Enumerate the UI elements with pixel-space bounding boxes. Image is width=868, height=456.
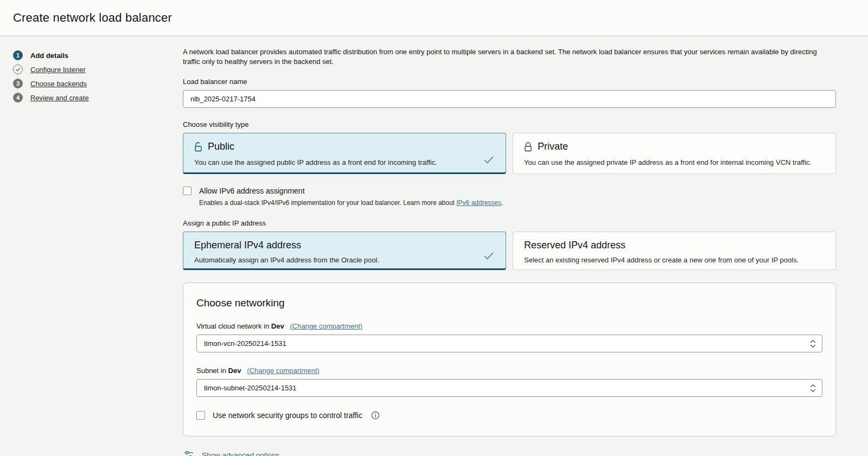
lock-icon (524, 142, 532, 152)
subnet-change-compartment-link[interactable]: (Change compartment) (247, 367, 320, 375)
step-configure-listener[interactable]: Configure listener (13, 62, 183, 76)
vcn-select[interactable]: timon-vcn-20250214-1531 (196, 335, 822, 352)
page-header: Create network load balancer (0, 0, 868, 36)
visibility-private-title: Private (538, 141, 568, 152)
ip-option-ephemeral[interactable]: Ephemeral IPv4 address Automatically ass… (183, 232, 506, 270)
selected-check-icon (484, 156, 494, 164)
wizard-steps: 1 Add details Configure listener 3 Choos… (13, 48, 183, 105)
ipv6-helper-text: Enables a dual-stack IPv4/IPv6 implement… (199, 199, 456, 207)
name-field-label: Load balancer name (183, 78, 836, 86)
vcn-select-value: timon-vcn-20250214-1531 (204, 339, 286, 348)
networking-heading: Choose networking (196, 297, 822, 309)
ip-reserved-title: Reserved IPv4 address (524, 240, 626, 251)
step-3-badge: 3 (13, 79, 23, 88)
ipv6-row: Allow IPv6 address assignment (183, 187, 836, 195)
visibility-label: Choose visibility type (183, 120, 836, 129)
wizard-nav: 1 Add details Configure listener 3 Choos… (13, 47, 183, 456)
load-balancer-name-value: nlb_2025-0217-1754 (190, 95, 256, 103)
step-4-badge: 4 (13, 93, 23, 102)
visibility-option-public[interactable]: Public You can use the assigned public I… (183, 133, 506, 174)
visibility-option-private[interactable]: Private You can use the assigned private… (513, 133, 836, 174)
ipv6-addresses-link[interactable]: IPv6 addresses (456, 199, 501, 207)
vcn-compartment: Dev (271, 322, 284, 330)
vcn-change-compartment-link[interactable]: (Change compartment) (290, 322, 362, 330)
subnet-label: Subnet in Dev (Change compartment) (196, 367, 822, 375)
step-review-create[interactable]: 4 Review and create (13, 91, 183, 105)
subnet-compartment: Dev (228, 367, 241, 375)
ip-reserved-desc: Select an existing reserved IPv4 address… (524, 256, 825, 264)
public-ip-cards: Ephemeral IPv4 address Automatically ass… (183, 232, 836, 270)
subnet-label-text: Subnet in (196, 367, 228, 375)
add-details-form: A network load balancer provides automat… (183, 47, 836, 456)
ip-ephemeral-desc: Automatically assign an IPv4 address fro… (194, 256, 495, 264)
ip-ephemeral-title: Ephemeral IPv4 address (194, 240, 301, 251)
vcn-label-text: Virtual cloud network in (196, 322, 271, 330)
visibility-public-title: Public (208, 141, 234, 152)
subnet-select[interactable]: timon-subnet-20250214-1531 (196, 379, 822, 397)
content-area: 1 Add details Configure listener 3 Choos… (0, 36, 868, 456)
vcn-label: Virtual cloud network in Dev (Change com… (196, 322, 822, 330)
step-1-badge: 1 (13, 50, 23, 60)
subnet-select-value: timon-subnet-20250214-1531 (204, 384, 297, 392)
unlock-icon (194, 142, 202, 152)
step-choose-backends[interactable]: 3 Choose backends (13, 76, 183, 91)
nsg-checkbox[interactable] (196, 411, 205, 420)
step-add-details: 1 Add details (13, 48, 183, 62)
load-balancer-name-input[interactable]: nlb_2025-0217-1754 (183, 90, 836, 108)
step-2-check-icon (13, 65, 23, 74)
show-advanced-options-link[interactable]: Show advanced options (202, 451, 279, 456)
ipv6-checkbox[interactable] (183, 187, 192, 195)
page-title: Create network load balancer (13, 11, 172, 25)
ip-option-reserved[interactable]: Reserved IPv4 address Select an existing… (513, 232, 836, 270)
sliders-icon (184, 450, 194, 456)
step-3-label[interactable]: Choose backends (30, 80, 87, 88)
step-2-label[interactable]: Configure listener (30, 66, 86, 74)
chevron-updown-icon (810, 384, 816, 393)
chevron-updown-icon (810, 339, 816, 348)
info-icon[interactable] (371, 411, 380, 420)
intro-text: A network load balancer provides automat… (183, 47, 828, 67)
ipv6-label: Allow IPv6 address assignment (199, 187, 305, 195)
step-4-label[interactable]: Review and create (30, 94, 89, 102)
ipv6-helper: Enables a dual-stack IPv4/IPv6 implement… (199, 199, 836, 207)
step-1-label: Add details (30, 52, 68, 60)
advanced-options-row: Show advanced options (183, 447, 836, 456)
visibility-public-desc: You can use the assigned public IP addre… (194, 158, 495, 166)
nsg-label: Use network security groups to control t… (213, 411, 362, 420)
public-ip-label: Assign a public IP address (183, 219, 836, 227)
nsg-row: Use network security groups to control t… (196, 411, 822, 420)
visibility-cards: Public You can use the assigned public I… (183, 133, 836, 174)
selected-check-icon (484, 252, 494, 260)
ipv6-helper-period: . (501, 199, 503, 207)
visibility-private-desc: You can use the assigned private IP addr… (524, 158, 825, 166)
choose-networking-panel: Choose networking Virtual cloud network … (183, 282, 836, 436)
